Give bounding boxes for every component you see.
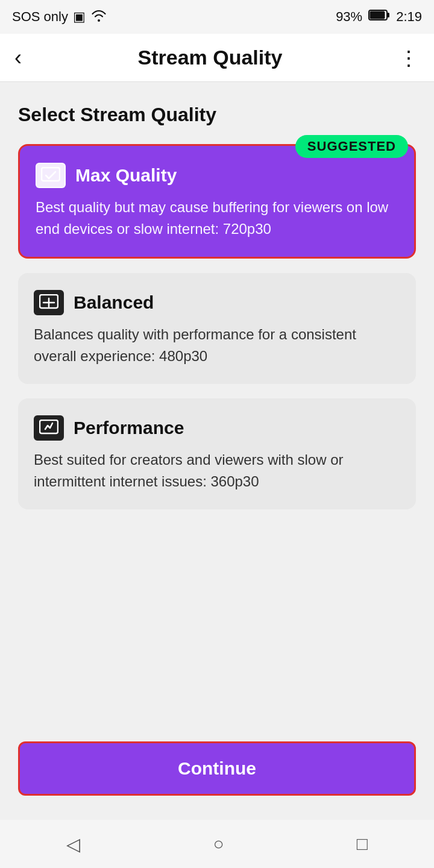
continue-button[interactable]: Continue bbox=[18, 741, 416, 796]
battery-icon bbox=[368, 9, 390, 25]
balanced-quality-card[interactable]: Balanced Balances quality with performan… bbox=[18, 273, 416, 384]
max-quality-title: Max Quality bbox=[75, 165, 177, 186]
card-header-max: Max Quality bbox=[36, 163, 398, 188]
performance-quality-card[interactable]: Performance Best suited for creators and… bbox=[18, 398, 416, 509]
balanced-quality-title: Balanced bbox=[74, 292, 154, 313]
status-bar: SOS only ▣ 93% 2:19 bbox=[0, 0, 434, 34]
battery-text: 93% bbox=[336, 9, 362, 25]
max-quality-icon bbox=[36, 163, 66, 188]
wifi-icon bbox=[90, 8, 107, 25]
svg-rect-1 bbox=[370, 11, 385, 19]
nav-home-icon[interactable]: ○ bbox=[213, 834, 224, 854]
back-button[interactable]: ‹ bbox=[14, 47, 22, 69]
card-header-balanced: Balanced bbox=[34, 290, 400, 315]
nav-recents-icon[interactable]: □ bbox=[357, 834, 368, 854]
performance-quality-icon bbox=[34, 415, 64, 441]
card-header-performance: Performance bbox=[34, 415, 400, 441]
suggested-badge: SUGGESTED bbox=[295, 135, 408, 158]
balanced-quality-icon bbox=[34, 290, 64, 315]
svg-rect-2 bbox=[387, 13, 389, 17]
bottom-bar: Continue bbox=[0, 729, 434, 820]
sos-text: SOS only bbox=[12, 9, 68, 25]
performance-quality-title: Performance bbox=[74, 418, 184, 438]
signal-icon: ▣ bbox=[73, 9, 86, 25]
section-title: Select Stream Quality bbox=[18, 104, 416, 126]
time-text: 2:19 bbox=[396, 9, 422, 25]
max-quality-card[interactable]: SUGGESTED Max Quality Best quality but m… bbox=[18, 144, 416, 259]
page-title: Stream Quality bbox=[138, 46, 283, 69]
nav-back-icon[interactable]: ◁ bbox=[66, 834, 80, 855]
balanced-quality-desc: Balances quality with performance for a … bbox=[34, 324, 400, 367]
continue-label: Continue bbox=[178, 758, 256, 779]
status-left: SOS only ▣ bbox=[12, 8, 107, 25]
status-right: 93% 2:19 bbox=[336, 9, 422, 25]
nav-bar: ‹ Stream Quality ⋮ bbox=[0, 34, 434, 82]
more-menu-button[interactable]: ⋮ bbox=[398, 46, 420, 70]
svg-rect-3 bbox=[42, 168, 60, 181]
bottom-nav: ◁ ○ □ bbox=[0, 820, 434, 868]
max-quality-desc: Best quality but may cause buffering for… bbox=[36, 197, 398, 240]
performance-quality-desc: Best suited for creators and viewers wit… bbox=[34, 449, 400, 492]
